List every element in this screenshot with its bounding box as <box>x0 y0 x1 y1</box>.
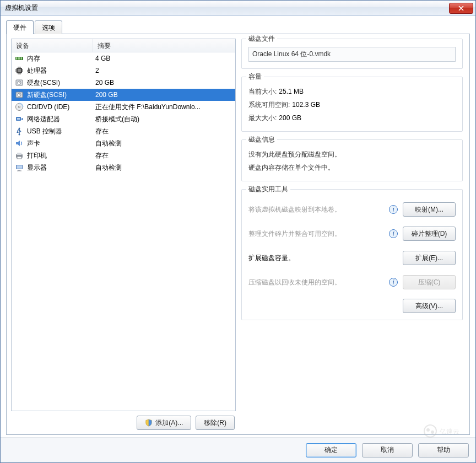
hardware-device-cell: 内存 <box>12 54 93 63</box>
hardware-summary-cell: 自动检测 <box>93 139 235 148</box>
info-icon[interactable]: i <box>388 277 398 287</box>
group-capacity-title: 容量 <box>246 72 264 82</box>
group-disk-file-title: 磁盘文件 <box>246 34 277 44</box>
tab-hardware[interactable]: 硬件 <box>6 20 34 34</box>
hardware-summary-cell: 存在 <box>93 151 235 160</box>
tab-options[interactable]: 选项 <box>35 20 62 34</box>
help-button-label: 帮助 <box>437 445 450 455</box>
add-button-label: 添加(A)... <box>155 418 183 428</box>
svg-rect-4 <box>21 57 22 60</box>
watermark: 亿速云 <box>423 423 473 441</box>
disk-file-field[interactable]: Oracle Linux 64 位-0.vmdk <box>248 47 456 62</box>
hardware-row[interactable]: 处理器2 <box>12 64 235 77</box>
util-compact-row: 压缩磁盘以回收未使用的空间。 i 压缩(C) <box>248 270 456 294</box>
svg-rect-3 <box>19 57 20 60</box>
disk-icon <box>15 78 24 87</box>
ok-button[interactable]: 确定 <box>306 443 356 457</box>
dialog-footer: 确定 取消 帮助 <box>1 437 475 462</box>
group-disk-file: 磁盘文件 Oracle Linux 64 位-0.vmdk <box>241 39 463 69</box>
hardware-device-label: 硬盘(SCSI) <box>27 78 60 88</box>
cancel-button[interactable]: 取消 <box>362 443 413 457</box>
svg-rect-24 <box>17 165 22 169</box>
hardware-device-cell: 打印机 <box>12 151 93 160</box>
group-disk-info-title: 磁盘信息 <box>246 135 277 144</box>
hardware-row[interactable]: 声卡自动检测 <box>12 137 235 149</box>
hardware-device-cell: CD/DVD (IDE) <box>12 103 93 111</box>
disk-info-line2: 硬盘内容存储在单个文件中。 <box>248 161 456 174</box>
hardware-device-cell: 新硬盘(SCSI) <box>12 90 93 100</box>
help-button[interactable]: 帮助 <box>418 443 469 457</box>
hardware-row[interactable]: 网络适配器桥接模式(自动) <box>12 113 235 125</box>
hardware-row[interactable]: USB 控制器存在 <box>12 125 235 137</box>
group-capacity: 容量 当前大小:25.1 MB 系统可用空间:102.3 GB 最大大小:200… <box>241 77 463 132</box>
svg-rect-6 <box>18 69 21 72</box>
util-compact-text: 压缩磁盘以回收未使用的空间。 <box>248 278 384 287</box>
hardware-summary-cell: 正在使用文件 F:\BaiduYunDownlo... <box>93 103 235 112</box>
hardware-row[interactable]: 显示器自动检测 <box>12 161 235 174</box>
svg-point-17 <box>19 128 20 130</box>
hardware-summary-cell: 桥接模式(自动) <box>93 115 235 124</box>
hardware-device-label: 内存 <box>27 54 40 63</box>
remove-button[interactable]: 移除(R) <box>196 416 235 430</box>
tabs: 硬件 选项 <box>6 20 470 34</box>
hardware-row[interactable]: CD/DVD (IDE)正在使用文件 F:\BaiduYunDownlo... <box>12 101 235 113</box>
hardware-summary-cell: 4 GB <box>93 55 235 62</box>
hardware-device-label: 显示器 <box>27 163 47 173</box>
expand-button[interactable]: 扩展(E)... <box>403 251 456 265</box>
svg-point-9 <box>19 82 20 83</box>
hardware-device-cell: 网络适配器 <box>12 115 93 124</box>
svg-rect-16 <box>17 118 20 120</box>
svg-rect-26 <box>17 171 21 171</box>
compact-button[interactable]: 压缩(C) <box>403 275 456 289</box>
capacity-current-label: 当前大小: <box>248 85 277 98</box>
hardware-row[interactable]: 内存4 GB <box>12 52 235 64</box>
hardware-row[interactable]: 硬盘(SCSI)20 GB <box>12 77 235 89</box>
svg-rect-1 <box>16 57 17 60</box>
svg-rect-25 <box>18 170 20 171</box>
close-icon <box>458 6 464 11</box>
svg-rect-22 <box>17 157 21 159</box>
util-expand-row: 扩展磁盘容量。 扩展(E)... <box>248 246 456 270</box>
hardware-list-pane: 设备 摘要 内存4 GB处理器2硬盘(SCSI)20 GB新硬盘(SCSI)20… <box>11 39 236 430</box>
cd-icon <box>15 103 24 111</box>
hardware-summary-cell: 20 GB <box>93 79 235 87</box>
info-icon[interactable]: i <box>388 204 398 214</box>
util-defrag-text: 整理文件碎片并整合可用空间。 <box>248 229 384 239</box>
hardware-row[interactable]: 新硬盘(SCSI)200 GB <box>12 89 235 101</box>
hardware-summary-cell: 2 <box>93 67 235 74</box>
add-button[interactable]: 添加(A)... <box>137 416 191 430</box>
tab-hardware-label: 硬件 <box>13 24 26 31</box>
hardware-buttons: 添加(A)... 移除(R) <box>11 411 236 430</box>
col-device[interactable]: 设备 <box>12 39 93 52</box>
hardware-table: 设备 摘要 内存4 GB处理器2硬盘(SCSI)20 GB新硬盘(SCSI)20… <box>11 39 236 411</box>
tab-options-label: 选项 <box>42 24 55 31</box>
svg-rect-18 <box>17 132 19 133</box>
hardware-summary-cell: 200 GB <box>93 91 235 99</box>
shield-icon <box>145 419 153 427</box>
titlebar[interactable]: 虚拟机设置 <box>1 1 475 16</box>
hardware-device-cell: 处理器 <box>12 66 93 76</box>
hardware-device-cell: 硬盘(SCSI) <box>12 78 93 88</box>
map-button[interactable]: 映射(M)... <box>403 202 456 217</box>
col-summary[interactable]: 摘要 <box>93 39 235 52</box>
svg-point-34 <box>426 428 430 432</box>
info-icon[interactable]: i <box>388 229 398 239</box>
sound-icon <box>15 139 24 148</box>
ok-button-label: 确定 <box>324 445 338 455</box>
svg-point-33 <box>424 425 436 437</box>
cancel-button-label: 取消 <box>381 445 394 455</box>
hardware-device-label: CD/DVD (IDE) <box>27 103 69 111</box>
hardware-row[interactable]: 打印机存在 <box>12 149 235 161</box>
svg-point-12 <box>19 94 20 95</box>
defrag-button[interactable]: 碎片整理(D) <box>403 227 456 241</box>
hardware-summary-cell: 存在 <box>93 127 235 136</box>
close-button[interactable] <box>449 3 473 14</box>
svg-text:亿速云: 亿速云 <box>439 428 459 435</box>
hardware-device-label: 声卡 <box>27 139 40 148</box>
display-icon <box>15 163 24 172</box>
advanced-button[interactable]: 高级(V)... <box>403 299 456 313</box>
hardware-device-label: USB 控制器 <box>27 127 62 136</box>
group-disk-info: 磁盘信息 没有为此硬盘预分配磁盘空间。 硬盘内容存储在单个文件中。 <box>241 139 463 181</box>
tab-panel-hardware: 设备 摘要 内存4 GB处理器2硬盘(SCSI)20 GB新硬盘(SCSI)20… <box>6 34 470 435</box>
capacity-free-label: 系统可用空间: <box>248 98 290 111</box>
